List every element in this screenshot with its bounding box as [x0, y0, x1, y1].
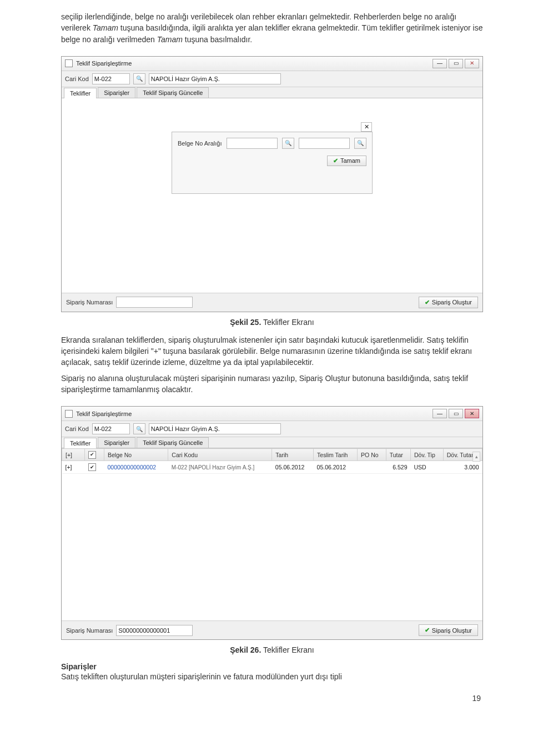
- caption-26-bold: Şekil 26.: [230, 645, 261, 654]
- window-title: Teklif Siparişleştirme: [76, 410, 132, 417]
- paragraph-1: seçilip ilerlendiğinde, belge no aralığı…: [61, 11, 483, 45]
- p1-tamam-1: Tamam: [93, 23, 118, 32]
- siparis-no-input[interactable]: S00000000000001: [116, 625, 193, 636]
- col-cari-kodu[interactable]: Cari Kodu: [168, 449, 272, 461]
- row-expand-button[interactable]: [+]: [62, 460, 85, 474]
- page-number: 19: [61, 694, 483, 703]
- teklifler-table: [+] ✔ Belge No Cari Kodu Tarih Teslim Ta…: [62, 448, 482, 474]
- tab-siparisler[interactable]: Siparişler: [98, 437, 135, 448]
- cell-dovtip: USD: [410, 460, 443, 474]
- header-checkbox[interactable]: ✔: [88, 451, 96, 459]
- scroll-up-icon[interactable]: ▴: [472, 452, 480, 462]
- tamam-button[interactable]: ✔ Tamam: [327, 156, 366, 166]
- titlebar: Teklif Siparişleştirme — ▭ ✕: [62, 407, 482, 421]
- p1-text-b: tuşuna basıldığında, ilgili aralıkta yer…: [61, 23, 482, 43]
- belge-no-to-lookup[interactable]: 🔍: [354, 138, 366, 149]
- col-expand[interactable]: [+]: [62, 449, 85, 461]
- cell-dovtutar: 3.000: [443, 460, 482, 474]
- maximize-button[interactable]: ▭: [449, 409, 463, 418]
- caption-25-rest: Teklifler Ekranı: [261, 318, 314, 327]
- col-teslim-tarih[interactable]: Teslim Tarih: [314, 449, 358, 461]
- app-icon: [65, 410, 73, 418]
- col-po-no[interactable]: PO No: [358, 449, 386, 461]
- check-icon: ✔: [425, 299, 430, 306]
- cell-tutar: 6.529: [386, 460, 410, 474]
- tab-strip: Teklifler Siparişler Teklif Sipariş Günc…: [62, 87, 482, 98]
- table-row[interactable]: [+] ✔ 000000000000002 M-022 [NAPOLİ Hazı…: [62, 460, 482, 474]
- lookup-button[interactable]: 🔍: [133, 423, 145, 434]
- cari-desc-field: NAPOLİ Hazır Giyim A.Ş.: [149, 73, 281, 84]
- siparis-no-label: Sipariş Numarası: [66, 299, 113, 306]
- belge-no-from-lookup[interactable]: 🔍: [282, 138, 294, 149]
- siparis-no-input[interactable]: [116, 297, 193, 308]
- col-check[interactable]: ✔: [85, 449, 104, 461]
- content-area: ✕ Belge No Aralığı 🔍 🔍 ✔ Tamam: [62, 98, 482, 293]
- tamam-label: Tamam: [340, 157, 360, 164]
- col-dovtip[interactable]: Döv. Tip: [410, 449, 443, 461]
- app-icon: [65, 59, 73, 67]
- cell-pono: [358, 460, 386, 474]
- window-teklif-siparislestirme-1: Teklif Siparişleştirme — ▭ ✕ Cari Kod M-…: [61, 56, 483, 312]
- caption-25: Şekil 25. Teklifler Ekranı: [61, 318, 483, 327]
- paragraph-2: Ekranda sıralanan tekliflerden, sipariş …: [61, 334, 483, 368]
- check-icon: ✔: [425, 627, 430, 634]
- content-area: [+] ✔ Belge No Cari Kodu Tarih Teslim Ta…: [62, 448, 482, 620]
- col-tutar[interactable]: Tutar: [386, 449, 410, 461]
- dialog-close-button[interactable]: ✕: [361, 122, 372, 132]
- tab-teklifler[interactable]: Teklifler: [64, 88, 97, 98]
- cell-teslim: 05.06.2012: [314, 460, 358, 474]
- caption-25-bold: Şekil 25.: [230, 318, 261, 327]
- belge-no-from-input[interactable]: [227, 138, 278, 149]
- p1-text-c: tuşuna basılmalıdır.: [185, 35, 252, 44]
- paragraph-3: Sipariş no alanına oluşturulacak müşteri…: [61, 373, 483, 395]
- p1-tamam-2: Tamam: [157, 35, 183, 44]
- tab-guncelle[interactable]: Teklif Sipariş Güncelle: [137, 87, 209, 98]
- titlebar: Teklif Siparişleştirme — ▭ ✕: [62, 57, 482, 71]
- tab-guncelle[interactable]: Teklif Sipariş Güncelle: [137, 437, 209, 448]
- cari-kod-label: Cari Kod: [65, 76, 89, 82]
- tab-strip: Teklifler Siparişler Teklif Sipariş Günc…: [62, 437, 482, 448]
- header-toolbar: Cari Kod M-022 🔍 NAPOLİ Hazır Giyim A.Ş.: [62, 421, 482, 437]
- caption-26-rest: Teklifler Ekranı: [261, 645, 314, 654]
- cari-kod-label: Cari Kod: [65, 425, 89, 432]
- tab-teklifler[interactable]: Teklifler: [64, 438, 97, 448]
- cari-kod-input[interactable]: M-022: [92, 423, 130, 434]
- maximize-button[interactable]: ▭: [449, 59, 463, 68]
- cari-desc-field: NAPOLİ Hazır Giyim A.Ş.: [149, 423, 281, 434]
- footer-bar: Sipariş Numarası S00000000000001 ✔ Sipar…: [62, 620, 482, 639]
- footer-bar: Sipariş Numarası ✔ Sipariş Oluştur: [62, 293, 482, 312]
- close-button[interactable]: ✕: [465, 409, 479, 418]
- check-icon: ✔: [333, 157, 338, 164]
- cari-kod-input[interactable]: M-022: [92, 73, 130, 84]
- siparis-no-label: Sipariş Numarası: [66, 627, 113, 634]
- belge-no-label: Belge No Aralığı: [178, 140, 222, 147]
- window-title: Teklif Siparişleştirme: [76, 60, 132, 67]
- minimize-button[interactable]: —: [433, 59, 447, 68]
- paragraph-4: Satış tekliften oluşturulan müşteri sipa…: [61, 671, 483, 682]
- row-checkbox[interactable]: ✔: [88, 463, 96, 471]
- cell-tarih: 05.06.2012: [272, 460, 314, 474]
- siparis-olustur-label: Sipariş Oluştur: [432, 299, 472, 306]
- table-header-row: [+] ✔ Belge No Cari Kodu Tarih Teslim Ta…: [62, 449, 482, 461]
- cell-cari-kodu: M-022 [NAPOLİ Hazır Giyim A.Ş.]: [168, 460, 272, 474]
- tab-siparisler[interactable]: Siparişler: [98, 87, 135, 98]
- minimize-button[interactable]: —: [433, 409, 447, 418]
- siparis-olustur-button[interactable]: ✔ Sipariş Oluştur: [419, 624, 478, 636]
- siparis-olustur-button[interactable]: ✔ Sipariş Oluştur: [419, 297, 478, 308]
- col-belge-no[interactable]: Belge No: [104, 449, 168, 461]
- caption-26: Şekil 26. Teklifler Ekranı: [61, 645, 483, 654]
- close-button[interactable]: ✕: [465, 59, 479, 68]
- window-teklif-siparislestirme-2: Teklif Siparişleştirme — ▭ ✕ Cari Kod M-…: [61, 406, 483, 640]
- belge-no-link[interactable]: 000000000000002: [108, 464, 157, 470]
- section-heading-siparisler: Siparişler: [61, 662, 483, 671]
- header-toolbar: Cari Kod M-022 🔍 NAPOLİ Hazır Giyim A.Ş.: [62, 71, 482, 87]
- belge-no-dialog: ✕ Belge No Aralığı 🔍 🔍 ✔ Tamam: [172, 132, 373, 194]
- col-tarih[interactable]: Tarih: [272, 449, 314, 461]
- lookup-button[interactable]: 🔍: [133, 73, 145, 84]
- belge-no-to-input[interactable]: [299, 138, 350, 149]
- siparis-olustur-label: Sipariş Oluştur: [432, 627, 472, 634]
